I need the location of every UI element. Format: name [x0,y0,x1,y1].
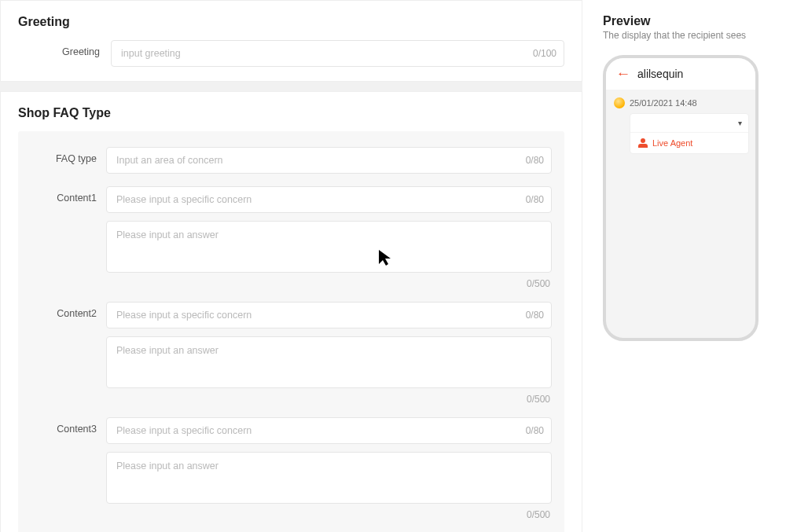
faq-heading: Shop FAQ Type [1,92,582,131]
content3-answer-input[interactable] [106,452,552,504]
content2-answer-counter: 0/500 [106,391,552,405]
content3-answer-counter: 0/500 [106,506,552,520]
preview-title: Preview [603,14,770,28]
live-agent-label: Live Agent [652,138,692,148]
greeting-input[interactable] [111,40,564,67]
content2-concern-input[interactable] [106,302,552,328]
content3-concern-input[interactable] [106,417,552,444]
content3-label: Content3 [31,417,106,444]
preview-panel: Preview The display that the recipient s… [582,0,786,532]
content2-label: Content2 [31,302,106,328]
faq-type-label: FAQ type [31,147,106,174]
greeting-card: Greeting Greeting 0/100 [0,0,582,82]
bulb-icon [614,97,625,108]
preview-subtitle: The display that the recipient sees [603,30,770,41]
faq-preview-box: ▾ Live Agent [630,113,749,154]
agent-icon [638,138,648,148]
greeting-label: Greeting [18,40,111,57]
content1-answer-counter: 0/500 [106,275,552,289]
greeting-heading: Greeting [1,1,582,40]
back-arrow-icon[interactable]: ← [615,68,630,80]
phone-frame: ← alilsequin 25/01/2021 14:48 ▾ Live Age… [603,55,758,341]
content1-label: Content1 [31,186,106,213]
preview-timestamp: 25/01/2021 14:48 [630,98,697,108]
preview-shop-name: alilsequin [637,68,683,80]
content1-concern-input[interactable] [106,186,552,213]
chevron-down-icon[interactable]: ▾ [738,119,742,127]
faq-type-input[interactable] [106,147,552,174]
content2-answer-input[interactable] [106,336,552,388]
live-agent-row[interactable]: Live Agent [630,133,748,153]
faq-card: Shop FAQ Type FAQ type 0/80 Content1 [0,91,582,532]
faq-body: FAQ type 0/80 Content1 0/80 [18,131,564,532]
content1-answer-input[interactable] [106,221,552,273]
